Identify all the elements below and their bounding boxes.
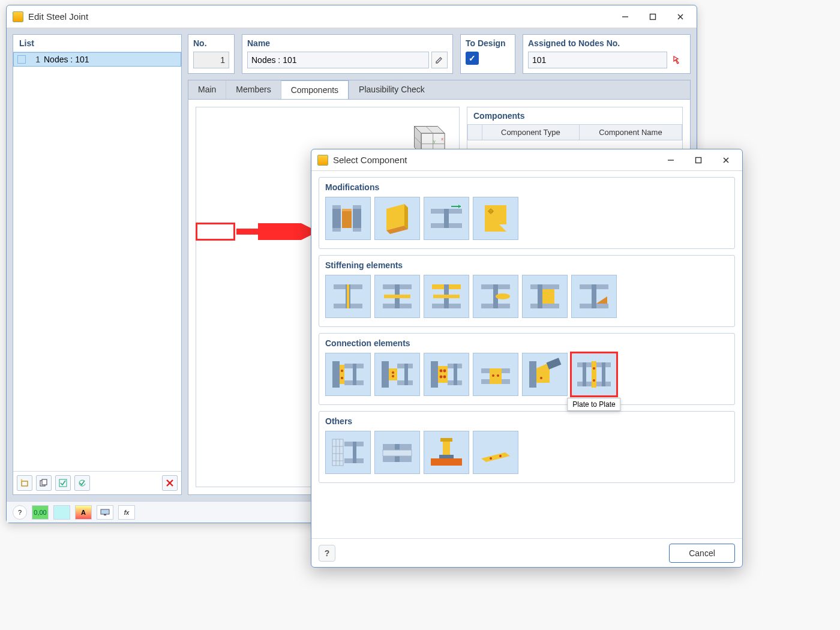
conn-thumb-3[interactable] <box>424 353 469 396</box>
svg-rect-61 <box>433 295 460 298</box>
svg-rect-24 <box>104 514 106 515</box>
maximize-button[interactable] <box>639 8 667 26</box>
svg-point-134 <box>499 455 502 457</box>
tab-main[interactable]: Main <box>188 80 226 99</box>
mod-thumb-3[interactable] <box>424 197 469 240</box>
units-value: 0,00 <box>34 509 46 516</box>
svg-point-100 <box>492 374 494 377</box>
svg-point-111 <box>593 379 595 382</box>
svg-marker-39 <box>404 204 408 229</box>
help-icon[interactable]: ? <box>13 505 27 520</box>
category-title-connection: Connection elements <box>325 338 728 348</box>
mod-thumb-1[interactable] <box>325 197 371 240</box>
copy-item-button[interactable] <box>36 475 52 491</box>
dialog-maximize-button[interactable] <box>685 151 712 169</box>
stiff-thumb-4[interactable] <box>473 275 518 318</box>
svg-rect-32 <box>332 228 341 232</box>
dialog-minimize-button[interactable] <box>657 151 685 169</box>
main-window-title: Edit Steel Joint <box>28 11 611 22</box>
category-connection: Connection elements Plate to Plate <box>319 333 735 405</box>
stiff-thumb-5[interactable] <box>522 275 568 318</box>
svg-point-77 <box>341 377 343 379</box>
list-panel: List 1 Nodes : 101 <box>13 34 182 495</box>
display-icon[interactable] <box>97 505 113 520</box>
dialog-body: Modifications <box>311 171 742 538</box>
svg-point-110 <box>593 367 595 370</box>
other-thumb-2[interactable] <box>374 431 420 474</box>
other-thumb-1[interactable] <box>325 431 371 474</box>
svg-point-133 <box>490 457 492 460</box>
dialog-help-icon[interactable]: ? <box>319 545 335 562</box>
svg-marker-73 <box>596 296 607 304</box>
conn-thumb-4[interactable] <box>473 353 518 396</box>
svg-rect-123 <box>353 442 356 463</box>
fx-icon[interactable]: fx <box>118 505 135 520</box>
svg-rect-36 <box>353 205 361 209</box>
svg-rect-43 <box>444 209 449 228</box>
conn-thumb-5[interactable] <box>522 353 568 396</box>
assigned-input[interactable] <box>528 52 667 68</box>
tab-members[interactable]: Members <box>226 80 280 99</box>
color-icon[interactable] <box>53 505 70 520</box>
close-button[interactable] <box>667 8 694 26</box>
col-component-name: Component Name <box>579 125 682 140</box>
stiff-thumb-1[interactable] <box>325 275 371 318</box>
mod-thumb-2[interactable] <box>374 197 420 240</box>
tab-plausibility[interactable]: Plausibility Check <box>349 80 434 99</box>
app-icon <box>13 11 23 22</box>
svg-rect-31 <box>332 205 341 209</box>
delete-item-button[interactable] <box>162 475 178 491</box>
list-item[interactable]: 1 Nodes : 101 <box>13 52 181 67</box>
units-icon[interactable]: 0,00 <box>32 505 49 520</box>
svg-rect-74 <box>332 361 340 388</box>
list-item-index: 1 <box>29 55 40 64</box>
svg-rect-82 <box>389 368 397 380</box>
svg-rect-99 <box>490 368 502 384</box>
new-item-button[interactable] <box>17 475 32 491</box>
todesign-checkbox[interactable] <box>466 52 479 65</box>
list-toolbar <box>13 471 181 494</box>
list-color-swatch <box>17 55 26 64</box>
list-box[interactable]: 1 Nodes : 101 <box>13 52 181 471</box>
name-input[interactable] <box>247 52 429 68</box>
rename-icon[interactable] <box>431 52 448 68</box>
svg-rect-88 <box>431 361 438 388</box>
svg-rect-57 <box>384 295 410 298</box>
svg-rect-75 <box>340 365 344 384</box>
check-refresh-button[interactable] <box>74 475 90 491</box>
other-thumb-3[interactable] <box>424 431 469 474</box>
category-title-others: Others <box>325 416 728 426</box>
svg-rect-33 <box>342 209 352 228</box>
cancel-button[interactable]: Cancel <box>669 544 735 563</box>
svg-rect-109 <box>592 361 596 388</box>
svg-rect-69 <box>542 289 554 304</box>
stiff-thumb-3[interactable] <box>424 275 469 318</box>
tab-components[interactable]: Components <box>281 80 349 100</box>
check-all-button[interactable] <box>55 475 71 491</box>
svg-rect-37 <box>353 228 361 232</box>
minimize-button[interactable] <box>611 8 639 26</box>
name-field: Name <box>242 34 453 74</box>
no-input[interactable] <box>193 52 229 68</box>
mod-thumb-4[interactable] <box>473 197 518 240</box>
category-others: Others <box>319 411 735 483</box>
components-table: Component Type Component Name <box>467 124 682 140</box>
svg-rect-102 <box>529 361 536 388</box>
pick-node-icon[interactable] <box>670 52 685 68</box>
other-thumb-4[interactable] <box>473 431 518 474</box>
svg-rect-80 <box>353 364 356 385</box>
stiff-thumb-6[interactable] <box>571 275 617 318</box>
conn-thumb-1[interactable] <box>325 353 371 396</box>
dialog-close-button[interactable] <box>712 151 740 169</box>
svg-text:y: y <box>433 139 436 144</box>
svg-point-76 <box>341 370 343 372</box>
font-icon[interactable]: A <box>75 505 92 520</box>
stiff-thumb-2[interactable] <box>374 275 420 318</box>
dialog-titlebar: Select Component <box>311 149 742 171</box>
svg-marker-132 <box>481 452 510 462</box>
dialog-title: Select Component <box>333 155 657 165</box>
no-label: No. <box>193 38 229 48</box>
conn-thumb-plate-to-plate[interactable]: Plate to Plate <box>571 353 617 396</box>
todesign-label: To Design <box>466 38 510 48</box>
conn-thumb-2[interactable] <box>374 353 420 396</box>
